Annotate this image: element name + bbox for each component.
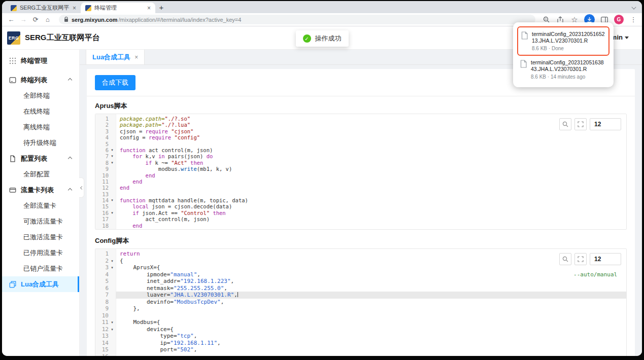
address-bar[interactable]: serg.mixyun.com/mixapplication/#/termina…	[59, 15, 535, 24]
editor-fontsize-input[interactable]	[590, 253, 621, 265]
browser-tab-terminal[interactable]: 终端管理 ×	[81, 3, 155, 13]
code-line[interactable]: 10	[95, 312, 626, 319]
reload-button[interactable]: ⟳	[30, 15, 41, 25]
code-line[interactable]: 3▾ AprusX={	[95, 264, 626, 271]
code-line[interactable]: 7 luaver="JHA.L.V23070301.R",	[95, 292, 626, 299]
sidebar-item-online-terminals[interactable]: 在线终端	[2, 103, 79, 119]
code-line[interactable]: 16▾ if json.Act == "Control" then	[95, 210, 626, 216]
sidebar-item-all-simcards[interactable]: 全部流量卡	[2, 198, 79, 213]
fold-spacer	[109, 340, 116, 347]
editor-search-button[interactable]	[559, 118, 571, 130]
code-line[interactable]: 14 ip="192.168.1.11",	[95, 340, 626, 347]
code-line[interactable]: 8 devinfo="ModbusTcpDev",	[95, 299, 626, 306]
sidebar-group-terminal-list[interactable]: 终端列表	[2, 72, 79, 88]
workspace-tab-lua-tool[interactable]: Lua合成工具 ×	[86, 50, 145, 64]
fold-marker-icon[interactable]: ▾	[109, 258, 116, 265]
code-line[interactable]: 15 port="502",	[95, 346, 626, 353]
fold-marker-icon[interactable]: ▾	[109, 147, 116, 153]
code-line[interactable]: 6▾function act_control(m, json)	[95, 147, 626, 153]
editor-fullscreen-button[interactable]	[574, 118, 587, 130]
browser-menu-icon[interactable]: ⋮	[629, 15, 638, 24]
code-line[interactable]: 8▾ if k ~= "Act" then	[95, 160, 626, 166]
code-line[interactable]: 12end	[95, 185, 626, 191]
code-line[interactable]: 3cjson = require "cjson"	[95, 128, 626, 134]
download-item-2[interactable]: terminalConfig_20231205163843.JHA.L.V230…	[517, 56, 609, 83]
sidebar-item-all-configs[interactable]: 全部配置	[2, 166, 79, 182]
code-line[interactable]: 18 end	[95, 223, 626, 229]
editor-fullscreen-button[interactable]	[574, 253, 587, 265]
fold-spacer	[109, 346, 116, 353]
fold-marker-icon[interactable]: ▾	[109, 153, 116, 159]
code-line[interactable]: 11▾ Modbus={	[95, 319, 626, 326]
workspace-tab-close-icon[interactable]: ×	[134, 54, 138, 61]
new-tab-button[interactable]: +	[155, 1, 167, 13]
sidebar-group-label: 流量卡列表	[21, 186, 54, 195]
tabstrip-chevron-icon[interactable]	[631, 5, 636, 9]
download-file-name: terminalConfig_20231205165213.JHA.L.V230…	[532, 31, 605, 44]
code-line[interactable]: 13	[95, 191, 626, 197]
fold-spacer	[109, 299, 116, 306]
fold-marker-icon[interactable]: ▾	[109, 210, 116, 216]
code-line[interactable]: 9 modbus.write(mb1, k, v)	[95, 166, 626, 172]
fold-marker-icon[interactable]: ▾	[109, 319, 116, 326]
code-line[interactable]: 15 local json = cjson.decode(data)	[95, 203, 626, 209]
editor-tools	[559, 118, 621, 130]
code-line[interactable]: 19end	[95, 229, 626, 230]
fold-marker-icon[interactable]: ▾	[109, 264, 116, 271]
sidebar-group-simcard-list[interactable]: 流量卡列表	[2, 182, 79, 198]
aprus-code-editor[interactable]: 1package.cpath="./?.so"2package.path="./…	[95, 114, 627, 230]
fold-spacer	[109, 292, 116, 299]
code-line[interactable]: 6 netmask="255.255.255.0",	[95, 285, 626, 292]
code-line[interactable]: 2package.path="./?.lua"	[95, 122, 626, 128]
sidebar-group-label: 终端列表	[21, 76, 47, 85]
code-line[interactable]: 1package.cpath="./?.so"	[95, 116, 626, 122]
config-code-editor[interactable]: 1return2▾{3▾ AprusX={4 ipmode="manual", …	[95, 248, 627, 356]
browser-profile-avatar[interactable]: G	[614, 15, 624, 24]
code-line[interactable]: 1return	[95, 250, 626, 258]
browser-tab-title: SERG工业互联网平台	[20, 4, 70, 12]
code-line[interactable]: 16	[95, 353, 626, 356]
fold-marker-icon[interactable]: ▾	[109, 160, 116, 166]
code-line[interactable]: 5	[95, 141, 626, 147]
sidebar-item-suspended-simcards[interactable]: 已停用流量卡	[2, 245, 79, 261]
code-line[interactable]: 14▾function mqttdata_handle(m, topic, da…	[95, 197, 626, 203]
code-area[interactable]: 1return2▾{3▾ AprusX={4 ipmode="manual", …	[95, 249, 626, 356]
code-line[interactable]: 7▾ for k,v in pairs(json) do	[95, 153, 626, 159]
sidebar-item-all-terminals[interactable]: 全部终端	[2, 88, 79, 103]
tab-close-icon[interactable]: ×	[147, 5, 151, 11]
tab-close-icon[interactable]: ×	[73, 5, 76, 11]
code-line[interactable]: 10 end	[95, 172, 626, 178]
code-line[interactable]: 12▾ device={	[95, 326, 626, 333]
code-line[interactable]: 17 act_control(m, json)	[95, 216, 626, 222]
sidebar-item-activatable-simcards[interactable]: 可激活流量卡	[2, 213, 79, 229]
forward-button[interactable]: →	[18, 15, 28, 25]
code-line[interactable]: 9 },	[95, 305, 626, 312]
sidebar-item-lua-tool[interactable]: Lua合成工具	[2, 276, 79, 292]
code-line[interactable]: 4 ipmode="manual", --auto/manual	[95, 271, 626, 278]
favicon	[11, 5, 17, 11]
code-area[interactable]: 1package.cpath="./?.so"2package.path="./…	[95, 114, 626, 230]
sidebar-title-label: 终端管理	[21, 56, 47, 65]
home-button[interactable]: ⌂	[43, 15, 53, 25]
code-line[interactable]: 5 inet_addr="192.168.1.223",	[95, 278, 626, 285]
browser-tab-serg[interactable]: SERG工业互联网平台 ×	[6, 3, 81, 13]
code-line[interactable]: 2▾{	[95, 258, 626, 265]
url-path: /mixapplication/#/terminal/lua/index?act…	[118, 17, 241, 23]
sidebar-group-config-list[interactable]: 配置列表	[2, 151, 79, 166]
sidebar-item-cancelled-simcards[interactable]: 已销户流量卡	[2, 261, 79, 276]
fold-marker-icon[interactable]: ▾	[109, 326, 116, 333]
code-line[interactable]: 13 type="tcp",	[95, 333, 626, 340]
sidebar-item-offline-terminals[interactable]: 离线终端	[2, 119, 79, 135]
fold-marker-icon[interactable]: ▾	[109, 197, 116, 203]
sidebar-item-activated-simcards[interactable]: 已激活流量卡	[2, 229, 79, 245]
sidebar-item-upgrade-terminals[interactable]: 待升级终端	[2, 135, 79, 151]
sidebar-collapse-handle[interactable]	[79, 177, 84, 198]
editor-fontsize-input[interactable]	[590, 118, 621, 130]
code-line[interactable]: 4config = require "config"	[95, 134, 626, 140]
synthesize-download-button[interactable]: 合成下载	[95, 75, 135, 90]
download-item-1[interactable]: terminalConfig_20231205165213.JHA.L.V230…	[517, 26, 609, 56]
editor-search-button[interactable]	[559, 253, 571, 265]
chevron-up-icon	[68, 78, 72, 82]
code-line[interactable]: 11 end	[95, 178, 626, 185]
back-button[interactable]: ←	[6, 15, 16, 25]
